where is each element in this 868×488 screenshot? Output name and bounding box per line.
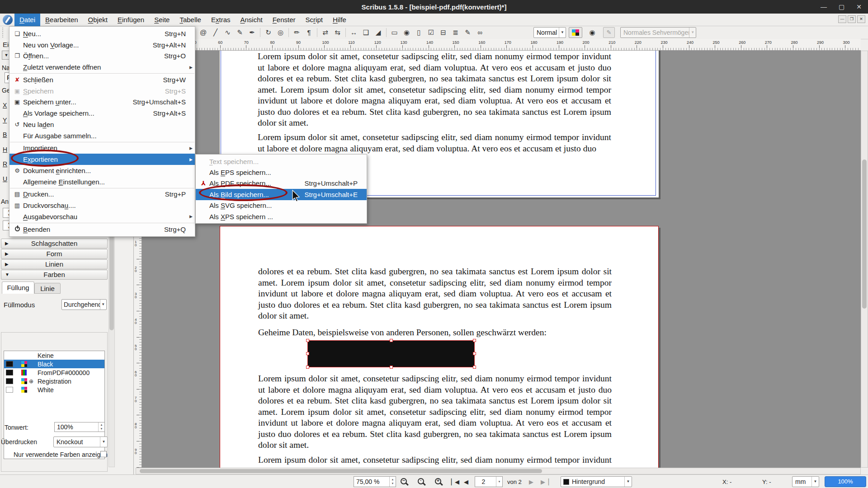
maximize-icon[interactable]: ▢: [839, 3, 844, 10]
selection-handle[interactable]: [473, 366, 476, 369]
pdf-text-annotation-icon[interactable]: ✎: [462, 27, 473, 38]
pdf-radio-button-icon[interactable]: ◉: [401, 27, 412, 38]
pdf-combo-box-icon[interactable]: ⊟: [438, 27, 449, 38]
pdf-check-box-icon[interactable]: ☑: [426, 27, 437, 38]
mdi-minimize-icon[interactable]: —: [838, 15, 846, 23]
insert-spiral-icon[interactable]: @: [198, 27, 209, 38]
rotate-item-icon[interactable]: ↻: [263, 27, 274, 38]
document-mode-select[interactable]: Normal▼: [533, 27, 566, 38]
color-row-frompdf-000000[interactable]: FromPDF#000000: [4, 368, 104, 377]
pdf-link-annotation-icon[interactable]: ∞: [475, 27, 486, 38]
menubar-item-fenster[interactable]: Fenster: [268, 14, 301, 26]
color-row-keine[interactable]: Keine: [4, 351, 104, 360]
horizontal-ruler[interactable]: 4050607080901001101201301401501601701801…: [142, 39, 861, 51]
menubar-item-bearbeiten[interactable]: Bearbeiten: [40, 14, 83, 26]
menu-item-als-xps-speichern[interactable]: Als XPS speichern ...: [196, 211, 367, 222]
color-management-button[interactable]: [569, 27, 582, 38]
menu-item-f-r-ausgabe-sammeln[interactable]: Für Ausgabe sammeln...: [9, 130, 195, 141]
insert-freehand-line-icon[interactable]: ✎: [235, 27, 245, 38]
link-text-frames-icon[interactable]: ⇄: [320, 27, 331, 38]
menubar-item-tabelle[interactable]: Tabelle: [175, 14, 206, 26]
minimize-icon[interactable]: —: [821, 3, 827, 10]
menu-item-drucken[interactable]: ▤Drucken...Strg+P: [9, 189, 195, 200]
fill-mode-select[interactable]: Durchgehend▼: [61, 299, 107, 310]
menu-item-ausgabevorschau[interactable]: Ausgabevorschau▶: [9, 211, 195, 222]
insert-line-icon[interactable]: ╱: [210, 27, 221, 38]
eye-dropper-icon[interactable]: ◢: [373, 27, 384, 38]
copy-item-properties-icon[interactable]: ❑: [361, 27, 372, 38]
section-schlagschatten[interactable]: ▶Schlagschatten: [1, 239, 108, 249]
insert-calligraphic-line-icon[interactable]: ✒: [247, 27, 258, 38]
toolbar-drag-handle[interactable]: [1, 28, 5, 38]
page-number-input[interactable]: 2▼: [475, 476, 503, 487]
redaction-rectangle-selected[interactable]: [307, 340, 475, 367]
zoom-out-icon[interactable]: −: [401, 478, 407, 486]
edit-in-preview-icon[interactable]: ✎: [603, 27, 615, 38]
preview-mode-eye-icon[interactable]: ◉: [586, 27, 599, 38]
zoom-spinner[interactable]: 75,00 %▲▼: [354, 476, 396, 487]
section-farben[interactable]: ▼Farben: [1, 270, 108, 280]
color-row-white[interactable]: White: [4, 385, 104, 394]
pdf-list-box-icon[interactable]: ≣: [450, 27, 461, 38]
menu-item-allgemeine-einstellungen[interactable]: Allgemeine Einstellungen...: [9, 176, 195, 188]
edit-text-story-editor-icon[interactable]: ¶: [304, 27, 315, 38]
menubar-item-extras[interactable]: Extras: [206, 14, 236, 26]
color-row-black[interactable]: Black: [4, 360, 104, 368]
edit-contents-icon[interactable]: ✏: [292, 27, 302, 38]
insert-bezier-curve-icon[interactable]: ∿: [222, 27, 233, 38]
first-page-icon[interactable]: ▏◀: [451, 479, 458, 485]
overprint-select[interactable]: Knockout▼: [53, 436, 108, 447]
menu-item-speichern-unter[interactable]: ▣Speichern unter...Strg+Umschalt+S: [9, 97, 195, 108]
menu-item-schlie-en[interactable]: ✘SchließenStrg+W: [9, 74, 195, 85]
last-page-icon[interactable]: ▶▕: [541, 479, 548, 485]
vertical-scrollbar[interactable]: [861, 51, 868, 468]
menubar-item-seite[interactable]: Seite: [149, 14, 175, 26]
menu-item-dokument-einrichten[interactable]: ⚙Dokument einrichten...: [9, 165, 195, 176]
mdi-restore-icon[interactable]: ❐: [848, 15, 856, 23]
menubar-item-script[interactable]: Script: [301, 14, 328, 26]
previous-page-icon[interactable]: ◀: [464, 479, 467, 485]
pdf-text-field-icon[interactable]: ▯: [414, 27, 425, 38]
menu-item-neu[interactable]: ❏Neu...Strg+N: [9, 28, 195, 39]
menu-item-ffnen[interactable]: ❐Öffnen...Strg+O: [9, 51, 195, 62]
page-2[interactable]: dolores et ea rebum. Stet clita kasd gub…: [220, 226, 659, 468]
menu-item-als-svg-speichern[interactable]: Als SVG speichern...: [196, 200, 367, 211]
menu-item-beenden[interactable]: BeendenStrg+Q: [9, 224, 195, 235]
layer-select[interactable]: Hintergrund ▼: [561, 476, 632, 487]
menu-item-als-vorlage-speichern[interactable]: Als Vorlage speichern...Strg+Alt+S: [9, 108, 195, 119]
tab-fuellung[interactable]: Füllung: [2, 282, 34, 294]
selection-handle[interactable]: [390, 366, 393, 369]
close-icon[interactable]: ✕: [856, 3, 862, 10]
menu-item-neu-von-vorlage[interactable]: Neu von Vorlage...Strg+Alt+N: [9, 39, 195, 51]
tab-linie[interactable]: Linie: [34, 283, 61, 294]
mdi-close-icon[interactable]: ✕: [857, 15, 865, 23]
document-canvas[interactable]: Lorem ipsum dolor sit amet, consetetur s…: [142, 51, 861, 468]
zoom-in-icon[interactable]: +: [435, 478, 441, 486]
selection-handle[interactable]: [306, 352, 309, 355]
zoom-default-icon[interactable]: ·: [418, 478, 424, 486]
menu-item-zuletzt-verwendete-ffnen[interactable]: Zuletzt verwendete öffnen▶: [9, 61, 195, 73]
menubar-item-datei[interactable]: Datei: [14, 14, 40, 26]
unit-select[interactable]: mm▼: [792, 476, 819, 487]
menu-item-druckvorschau[interactable]: ▥Druckvorschau....: [9, 200, 195, 211]
menubar-item-objekt[interactable]: Objekt: [83, 14, 113, 26]
tonwert-spinner[interactable]: 100%▲▼: [54, 422, 105, 432]
menubar-item-hilfe[interactable]: Hilfe: [328, 14, 351, 26]
scrollbar-thumb[interactable]: [862, 160, 867, 309]
pdf-push-button-icon[interactable]: ▭: [389, 27, 400, 38]
menu-item-neu-laden[interactable]: ↺Neu laden: [9, 119, 195, 130]
measurements-icon[interactable]: ↔: [349, 27, 359, 38]
menubar-item-einf-gen[interactable]: Einfügen: [113, 14, 149, 26]
color-row-registration[interactable]: ⊕Registration: [4, 377, 104, 385]
selection-handle[interactable]: [473, 339, 476, 342]
next-page-icon[interactable]: ▶: [529, 479, 533, 485]
horizontal-scrollbar[interactable]: [136, 468, 861, 474]
show-used-colors-checkbox[interactable]: [100, 451, 107, 457]
section-linien[interactable]: ▶Linien: [1, 259, 108, 269]
menubar-item-ansicht[interactable]: Ansicht: [235, 14, 267, 26]
scrollbar-thumb[interactable]: [140, 469, 542, 473]
selection-handle[interactable]: [390, 339, 393, 342]
section-form[interactable]: ▶Form: [1, 249, 108, 259]
unlink-text-frames-icon[interactable]: ⇆: [332, 27, 343, 38]
selection-handle[interactable]: [306, 339, 309, 342]
